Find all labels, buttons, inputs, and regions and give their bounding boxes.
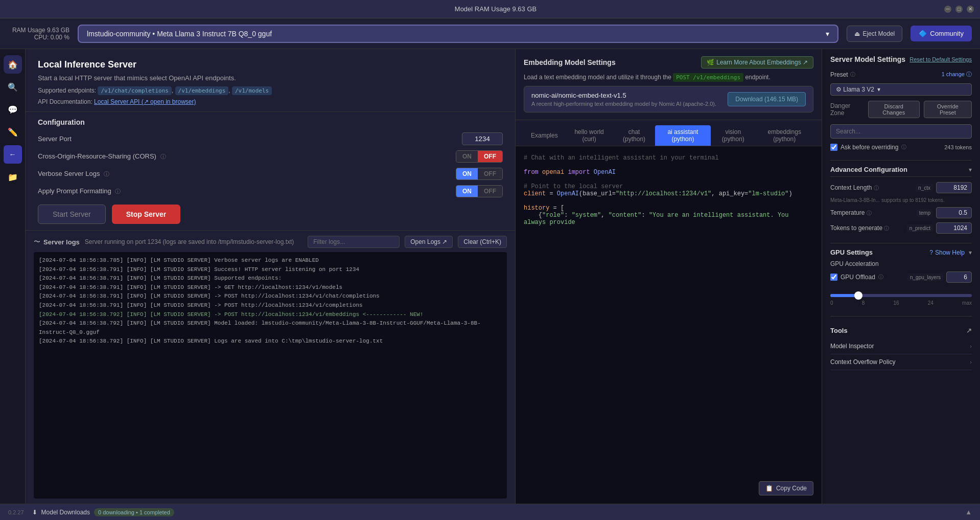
clear-logs-button[interactable]: Clear (Ctrl+K) [458,236,507,248]
embedding-model-desc: A recent high-performing text embedding … [531,101,716,107]
verbose-info-icon[interactable]: ⓘ [104,171,109,177]
gpu-offload-checkbox[interactable] [830,274,837,281]
close-button[interactable]: ✕ [967,6,974,13]
gpu-layers-input[interactable] [946,272,972,283]
gpu-acceleration-label: GPU Acceleration [830,260,879,267]
expand-bottom-icon[interactable]: ▲ [965,508,972,516]
download-embedding-button[interactable]: Download (146.15 MB) [728,92,806,106]
show-help-button[interactable]: ? Show Help [929,249,965,256]
preset-info-icon[interactable]: ⓘ [850,71,855,78]
verbose-off-btn[interactable]: OFF [478,168,502,179]
tokens-generate-label: Tokens to generate ⓘ [830,224,889,232]
prompt-info-icon[interactable]: ⓘ [115,188,121,194]
model-inspector-item[interactable]: Model Inspector › [830,338,972,354]
ram-value: 9.63 GB [47,27,69,34]
log-entry: [2024-07-04 18:56:38.791] [INFO] [LM STU… [39,292,502,301]
tokens-tag: n_predict [907,224,933,232]
embedding-model-card: nomic-ai/nomic-embed-text-v1.5 A recent … [524,86,813,112]
prompt-on-btn[interactable]: ON [456,186,478,197]
cors-toggle[interactable]: ON OFF [456,150,503,163]
override-preset-button[interactable]: Override Preset [924,101,972,118]
top-bar: RAM Usage 9.63 GB CPU: 0.00 % lmstudio-c… [0,18,980,49]
tab-chat-python[interactable]: chat (python) [614,125,655,146]
endpoints-label: Supported endpoints: [38,87,96,94]
code-line [524,162,813,169]
downloads-status-badge: 0 downloading • 1 completed [94,508,174,516]
preset-change-badge[interactable]: 1 change ⓘ [942,71,972,78]
server-subtitle: Start a local HTTP server that mimics se… [38,74,503,82]
model-inspector-chevron-icon: › [970,343,972,349]
preset-selector[interactable]: ⚙ Llama 3 V2 ▾ [830,83,972,96]
start-server-button[interactable]: Start Server [38,205,106,224]
verbose-on-btn[interactable]: ON [456,168,478,179]
prompt-off-btn[interactable]: OFF [478,186,502,197]
sidebar-item-home[interactable]: 🏠 [4,55,22,74]
tokens-input[interactable] [936,222,972,234]
sidebar-arrow-button[interactable]: ← [4,145,22,164]
tokens-info-icon[interactable]: ⓘ [884,225,889,231]
sidebar-item-search[interactable]: 🔍 [4,78,22,96]
cors-on-btn[interactable]: ON [456,151,478,162]
sidebar-item-folder[interactable]: 📁 [4,168,22,186]
tab-ai-assistant[interactable]: ai assistant (python) [655,125,711,146]
ram-label: RAM Usage [12,27,45,34]
verbose-toggle[interactable]: ON OFF [456,168,503,180]
learn-more-button[interactable]: 🌿 Learn More About Embeddings ↗ [701,56,813,69]
cors-info-icon[interactable]: ⓘ [160,153,166,160]
reset-defaults-link[interactable]: Reset to Default Settings [909,56,972,62]
context-overflow-label: Context Overflow Policy [830,358,895,366]
verbose-label: Verbose Server Logs ⓘ [38,170,109,178]
code-line: from openai import OpenAI [524,169,813,176]
copy-code-button[interactable]: 📋 Copy Code [759,481,813,495]
log-entry: [2024-07-04 18:56:38.785] [INFO] [LM STU… [39,256,502,265]
discard-changes-button[interactable]: Discard Changes [868,101,920,118]
settings-title: Server Model Settings [830,55,905,63]
ask-before-info-icon[interactable]: ⓘ [901,144,906,151]
config-title: Configuration [38,118,503,126]
context-length-input[interactable] [936,182,972,193]
tab-vision-python[interactable]: vision (python) [711,125,755,146]
ram-cpu-info: RAM Usage 9.63 GB CPU: 0.00 % [8,27,69,41]
slider-label-max: max [962,300,972,306]
gpu-slider-thumb[interactable] [854,291,862,300]
stop-server-button[interactable]: Stop Server [112,205,181,224]
context-overflow-item[interactable]: Context Overflow Policy › [830,354,972,370]
model-search-input[interactable] [830,124,972,139]
maximize-button[interactable]: □ [955,6,963,13]
embeddings-desc: Load a text embedding model and utilize … [524,74,813,81]
minimize-button[interactable]: ─ [944,6,951,13]
gpu-offload-info-icon[interactable]: ⓘ [878,274,883,281]
model-selector-label: lmstudio-community • Meta Llama 3 Instru… [87,30,272,38]
temperature-input[interactable] [936,207,972,218]
sidebar-item-edit[interactable]: ✏️ [4,123,22,141]
api-doc-link[interactable]: Local Server API (↗ open in browser) [94,98,196,105]
tab-hello-world[interactable]: hello world (curl) [565,125,614,146]
open-logs-button[interactable]: Open Logs ↗ [405,236,453,248]
gpu-settings-title: GPU Settings [830,248,873,256]
advanced-collapse-button[interactable]: ▾ [969,166,972,173]
ask-before-checkbox[interactable] [830,144,837,151]
code-line: client = OpenAI(base_url="http://localho… [524,190,813,197]
model-downloads-label: ⬇ Model Downloads 0 downloading • 1 comp… [32,508,174,516]
cors-off-btn[interactable]: OFF [478,151,502,162]
prompt-toggle[interactable]: ON OFF [456,185,503,197]
gpu-layers-tag: n_gpu_layers [907,274,943,281]
filter-logs-input[interactable] [308,236,400,248]
model-selector[interactable]: lmstudio-community • Meta Llama 3 Instru… [78,25,838,43]
gpu-slider-track[interactable] [830,294,972,297]
community-button[interactable]: 🔷 Community [911,26,972,41]
context-length-info-icon[interactable]: ⓘ [874,185,879,191]
gpu-collapse-button[interactable]: ▾ [969,249,972,256]
eject-model-button[interactable]: ⏏ Eject Model [847,26,903,42]
endpoint-models: /v1/models [232,86,272,95]
temperature-info-icon[interactable]: ⓘ [867,210,872,216]
server-port-input[interactable] [462,132,503,145]
tools-expand-icon[interactable]: ↗ [966,327,972,334]
slider-label-16: 16 [893,300,899,306]
tab-embeddings-python[interactable]: embeddings (python) [755,125,813,146]
preset-value: ⚙ Llama 3 V2 [836,86,874,93]
tab-examples[interactable]: Examples [524,125,565,146]
temperature-label: Temperature ⓘ [830,209,872,217]
preset-label: Preset ⓘ [830,71,855,78]
sidebar-item-chat[interactable]: 💬 [4,100,22,119]
